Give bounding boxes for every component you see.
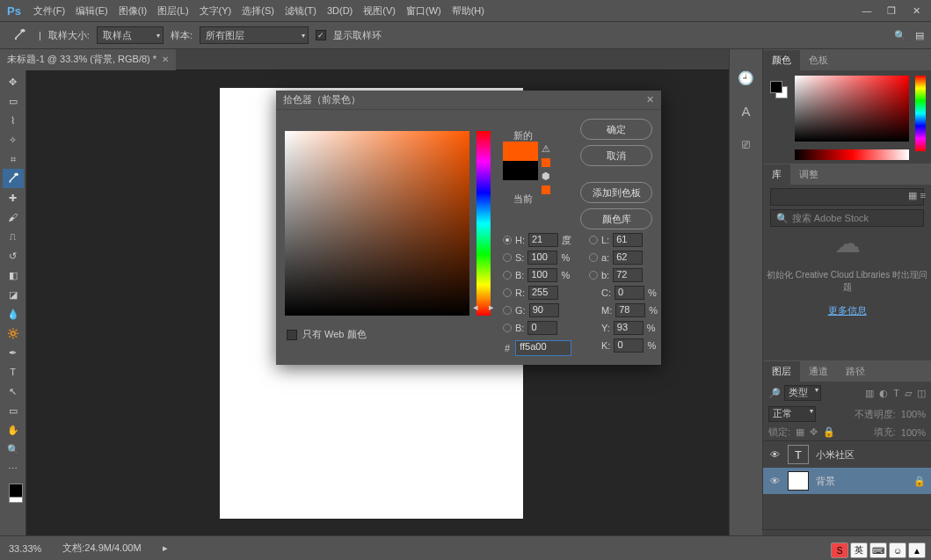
sample-dropdown[interactable]: 所有图层 <box>200 26 309 44</box>
h-input[interactable]: 21 <box>528 233 558 247</box>
minimize-button[interactable]: — <box>861 5 873 17</box>
search-icon[interactable]: 🔍 <box>894 30 906 41</box>
g-input[interactable]: 90 <box>529 303 559 317</box>
add-swatch-button[interactable]: 添加到色板 <box>580 182 652 203</box>
lock-position-icon[interactable]: ✥ <box>810 426 818 438</box>
web-only-checkbox[interactable] <box>287 330 297 340</box>
doc-info[interactable]: 文档:24.9M/4.00M <box>62 542 141 555</box>
color-tab[interactable]: 颜色 <box>763 50 800 70</box>
zoom-tool[interactable]: 🔍 <box>3 440 24 459</box>
history-panel-icon[interactable]: 🕘 <box>738 70 754 86</box>
layer-item[interactable]: 👁 T 小米社区 <box>763 441 931 468</box>
cube-icon[interactable]: ⬢ <box>542 171 550 182</box>
edit-toolbar[interactable]: ⋯ <box>3 459 24 478</box>
eyedropper-icon[interactable] <box>7 25 32 45</box>
shape-tool[interactable]: ▭ <box>3 401 24 420</box>
menu-item[interactable]: 帮助(H) <box>447 0 490 21</box>
a-radio[interactable] <box>589 253 598 262</box>
history-brush-tool[interactable]: ↺ <box>3 246 24 265</box>
hand-tool[interactable]: ✋ <box>3 420 24 440</box>
l-radio[interactable] <box>589 236 598 244</box>
menu-item[interactable]: 3D(D) <box>322 0 358 21</box>
blur-tool[interactable]: 💧 <box>3 304 24 324</box>
menu-item[interactable]: 文件(F) <box>28 0 70 21</box>
menu-item[interactable]: 编辑(E) <box>70 0 113 21</box>
y-input[interactable]: 93 <box>614 321 644 335</box>
gamut-swatch[interactable] <box>542 158 550 167</box>
grid-view-icon[interactable]: ▦ <box>908 190 917 201</box>
r-input[interactable]: 255 <box>528 286 558 300</box>
lb-radio[interactable] <box>589 271 598 280</box>
swatches-tab[interactable]: 色板 <box>800 50 837 70</box>
menu-item[interactable]: 滤镜(T) <box>280 0 322 21</box>
filter-shape-icon[interactable]: ▱ <box>905 388 912 399</box>
type-tool[interactable]: T <box>3 362 24 382</box>
s-radio[interactable] <box>503 253 512 262</box>
dodge-tool[interactable]: 🔆 <box>3 324 24 343</box>
close-tab-icon[interactable]: ✕ <box>162 55 169 64</box>
k-input[interactable]: 0 <box>614 338 644 353</box>
visibility-icon[interactable]: 👁 <box>768 449 781 460</box>
tray-item[interactable]: ☺ <box>889 542 906 558</box>
hue-strip[interactable] <box>915 76 926 151</box>
menu-item[interactable]: 视图(V) <box>358 0 401 21</box>
paths-tab[interactable]: 路径 <box>837 361 874 382</box>
saturation-value-field[interactable] <box>285 131 469 316</box>
filter-smart-icon[interactable]: ◫ <box>917 388 926 399</box>
websafe-swatch[interactable] <box>542 185 550 194</box>
hue-slider[interactable] <box>476 131 491 316</box>
m-input[interactable]: 78 <box>615 303 645 317</box>
ok-button[interactable]: 确定 <box>580 119 652 140</box>
eraser-tool[interactable]: ◧ <box>3 265 24 285</box>
b-input[interactable]: 100 <box>527 268 557 282</box>
menu-item[interactable]: 图像(I) <box>113 0 152 21</box>
filter-kind-dropdown[interactable]: 类型 <box>784 385 821 401</box>
gamut-warning-icon[interactable]: ⚠ <box>542 143 550 155</box>
close-button[interactable]: ✕ <box>910 5 922 17</box>
tray-item[interactable]: ▲ <box>908 542 926 558</box>
filter-adjust-icon[interactable]: ◐ <box>879 388 888 399</box>
tray-item[interactable]: ⌨ <box>869 542 887 558</box>
heal-tool[interactable]: ✚ <box>3 188 24 207</box>
opacity-value[interactable]: 100% <box>901 409 926 419</box>
menu-item[interactable]: 窗口(W) <box>401 0 447 21</box>
move-tool[interactable]: ✥ <box>3 72 24 91</box>
lock-all-icon[interactable]: 🔒 <box>823 426 835 438</box>
library-search[interactable]: 🔍搜索 Adobe Stock <box>770 209 925 227</box>
filter-type-icon[interactable]: T <box>893 388 899 399</box>
restore-button[interactable]: ❐ <box>885 5 898 17</box>
marquee-tool[interactable]: ▭ <box>3 91 24 111</box>
libraries-tab[interactable]: 库 <box>763 164 790 185</box>
foreground-swatch[interactable] <box>9 484 23 498</box>
menu-item[interactable]: 图层(L) <box>152 0 193 21</box>
crop-tool[interactable]: ⌗ <box>3 149 24 169</box>
dialog-titlebar[interactable]: 拾色器（前景色） ✕ <box>276 91 661 110</box>
hex-input[interactable]: ff5a00 <box>515 340 571 356</box>
zoom-level[interactable]: 33.33% <box>9 543 41 554</box>
l-input[interactable]: 61 <box>613 233 643 247</box>
properties-panel-icon[interactable]: ⎚ <box>742 136 750 151</box>
fill-value[interactable]: 100% <box>901 427 926 438</box>
menu-item[interactable]: 文字(Y) <box>194 0 237 21</box>
sample-size-dropdown[interactable]: 取样点 <box>97 26 164 44</box>
stamp-tool[interactable]: ⎍ <box>3 227 24 246</box>
bb-input[interactable]: 0 <box>527 321 557 335</box>
wand-tool[interactable]: ✧ <box>3 130 24 149</box>
blend-mode-dropdown[interactable]: 正常 <box>768 406 816 422</box>
lb-input[interactable]: 72 <box>613 268 643 282</box>
layers-tab[interactable]: 图层 <box>763 361 800 382</box>
mini-swatches[interactable] <box>770 81 788 98</box>
character-panel-icon[interactable]: A <box>741 104 750 119</box>
channels-tab[interactable]: 通道 <box>800 361 837 382</box>
filter-pixel-icon[interactable]: ▥ <box>865 388 874 399</box>
layer-item[interactable]: 👁 背景 🔒 <box>763 468 931 494</box>
adjustments-tab[interactable]: 调整 <box>790 164 827 185</box>
list-view-icon[interactable]: ≡ <box>920 190 926 201</box>
menu-item[interactable]: 选择(S) <box>236 0 280 21</box>
g-radio[interactable] <box>503 306 512 315</box>
h-radio[interactable] <box>503 236 512 244</box>
pen-tool[interactable]: ✒ <box>3 343 24 362</box>
color-field[interactable] <box>795 76 909 142</box>
library-dropdown[interactable] <box>770 188 925 206</box>
r-radio[interactable] <box>503 288 512 297</box>
